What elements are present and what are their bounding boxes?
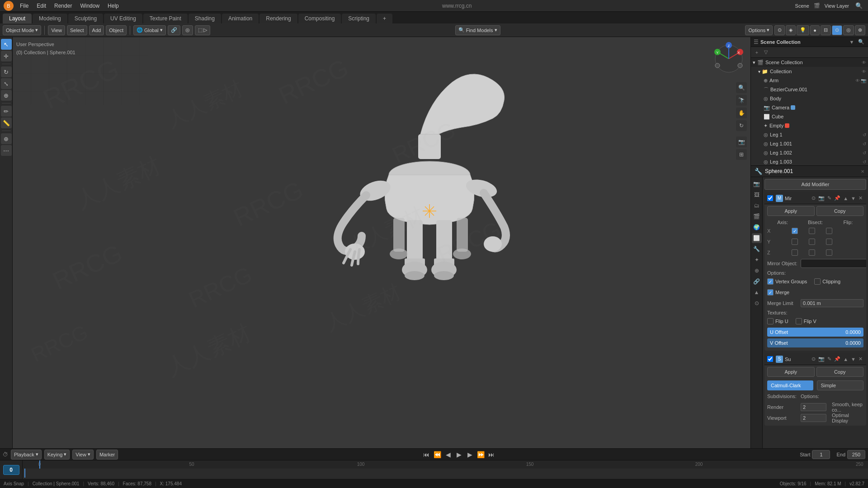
add-modifier-btn[interactable]: Add Modifier xyxy=(764,179,866,190)
clipping-checkbox[interactable] xyxy=(814,278,821,285)
outliner-filter-icon-btn[interactable]: ▽ xyxy=(762,48,770,56)
outliner-search-btn[interactable]: 🔍 xyxy=(857,38,865,46)
mirror-y-checkbox[interactable] xyxy=(792,239,798,245)
proportional-btn[interactable]: ◎ xyxy=(182,25,193,35)
flip-y-checkbox[interactable] xyxy=(826,239,832,245)
jump-end-btn[interactable]: ⏭ xyxy=(487,450,496,459)
shading-solid[interactable]: ⊙ xyxy=(832,25,842,35)
shading-wire[interactable]: ⊟ xyxy=(821,25,831,35)
mirror-enable-checkbox[interactable] xyxy=(767,195,773,201)
prop-modifier-icon[interactable]: 🔧 xyxy=(752,244,762,254)
mirror-object-input[interactable] xyxy=(801,259,866,268)
mirror-copy-btn[interactable]: Copy xyxy=(816,206,864,216)
mirror-edit-btn[interactable]: ✎ xyxy=(826,195,832,201)
catmull-clark-btn[interactable]: Catmull-Clark xyxy=(767,380,813,390)
timeline-track-area[interactable]: 0 50 100 150 200 250 xyxy=(23,460,868,479)
shading-render[interactable]: ⊕ xyxy=(855,25,865,35)
keying-menu[interactable]: Keying ▾ xyxy=(44,450,70,460)
outliner-item-camera[interactable]: 📷 Camera xyxy=(751,103,868,112)
search-icon[interactable]: 🔍 xyxy=(854,2,864,9)
flip-z-checkbox[interactable] xyxy=(826,249,832,256)
find-models-btn[interactable]: 🔍 Find Models ▾ xyxy=(455,25,500,35)
menu-file[interactable]: File xyxy=(16,2,32,10)
outliner-item-leg1001[interactable]: ◎ Leg 1.001 ↺ xyxy=(751,139,868,148)
subdiv-up-btn[interactable]: ▲ xyxy=(842,356,849,362)
menu-window[interactable]: Window xyxy=(76,2,103,10)
timeline-track[interactable] xyxy=(23,469,868,478)
mode-selector[interactable]: Object Mode ▾ xyxy=(3,25,41,35)
simple-btn[interactable]: Simple xyxy=(817,380,864,390)
tool-select[interactable]: ↖ xyxy=(1,39,12,50)
outliner-item-empty[interactable]: ✦ Empty xyxy=(751,121,868,130)
collection-row[interactable]: ▾ 📁 Collection 👁 xyxy=(751,67,868,76)
object-menu[interactable]: Object xyxy=(106,25,127,35)
menu-render[interactable]: Render xyxy=(51,2,75,10)
tool-add[interactable]: ⊕ xyxy=(1,133,12,144)
viewport-gizmo[interactable]: X Y Z xyxy=(711,41,747,77)
subdiv-down-btn[interactable]: ▼ xyxy=(850,356,857,362)
tab-layout[interactable]: Layout xyxy=(3,14,32,23)
next-frame-btn[interactable]: ⏩ xyxy=(476,450,485,459)
v-offset-btn[interactable]: V Offset 0.0000 xyxy=(767,338,863,347)
prop-material-icon[interactable]: ⊙ xyxy=(752,298,762,308)
start-frame-input[interactable] xyxy=(812,450,830,459)
view-menu-timeline[interactable]: View ▾ xyxy=(72,450,94,460)
tool-measure[interactable]: 📏 xyxy=(1,117,12,128)
flip-v-checkbox[interactable] xyxy=(796,318,802,324)
orbit-btn[interactable]: ↻ xyxy=(736,120,747,131)
outliner-item-leg1003[interactable]: ◎ Leg 1.003 ↺ xyxy=(751,157,868,166)
tab-uv-editing[interactable]: UV Editing xyxy=(104,14,142,23)
flip-x-checkbox[interactable] xyxy=(826,228,832,234)
prop-constraints-icon[interactable]: 🔗 xyxy=(752,277,762,286)
merge-checkbox[interactable]: ✓ xyxy=(767,289,774,296)
mirror-down-btn[interactable]: ▼ xyxy=(850,195,857,201)
options-btn[interactable]: Options ▾ xyxy=(745,25,773,35)
overlay-icon-4[interactable]: ● xyxy=(810,25,820,35)
playback-menu[interactable]: Playback ▾ xyxy=(11,450,42,460)
mirror-render-btn[interactable]: 📷 xyxy=(817,195,826,201)
tab-animation[interactable]: Animation xyxy=(222,14,259,23)
jump-start-btn[interactable]: ⏮ xyxy=(422,450,431,459)
marker-menu[interactable]: Marker xyxy=(96,450,118,460)
view-menu[interactable]: View xyxy=(48,25,65,35)
add-menu[interactable]: Add xyxy=(89,25,104,35)
grid-btn[interactable]: ⊞ xyxy=(736,149,747,160)
view-layer-selector[interactable]: View Layer xyxy=(821,3,853,9)
render-input[interactable] xyxy=(801,403,826,411)
play-btn[interactable]: ▶ xyxy=(454,450,463,459)
close-prop-btn[interactable]: ✕ xyxy=(861,169,864,174)
mirror-up-btn[interactable]: ▲ xyxy=(842,195,849,201)
outliner-item-arm[interactable]: ⊕ Arm 👁 📷 xyxy=(751,76,868,85)
scene-collection-row[interactable]: ▾ 🎬 Scene Collection 👁 xyxy=(751,58,868,67)
subdiv-realtime-btn[interactable]: ⊙ xyxy=(811,356,816,362)
tool-rotate[interactable]: ↻ xyxy=(1,66,12,77)
end-frame-input[interactable] xyxy=(847,450,865,459)
subdiv-close-btn[interactable]: ✕ xyxy=(858,356,863,362)
prop-world-icon[interactable]: 🌍 xyxy=(752,222,762,232)
tool-annotate[interactable]: ✏ xyxy=(1,106,12,117)
snap-btn[interactable]: 🔗 xyxy=(168,25,180,35)
mirror-apply-btn[interactable]: Apply xyxy=(767,206,815,216)
merge-limit-input[interactable] xyxy=(801,299,863,307)
current-frame-display[interactable]: 0 xyxy=(3,465,19,475)
prop-data-icon[interactable]: ▲ xyxy=(752,287,762,297)
leg1003-refresh[interactable]: ↺ xyxy=(863,160,866,164)
subdiv-pin-btn[interactable]: 📌 xyxy=(833,356,841,362)
tool-move[interactable]: ✛ xyxy=(1,51,12,61)
outliner-item-leg1[interactable]: ◎ Leg 1 ↺ xyxy=(751,130,868,139)
subdiv-edit-btn[interactable]: ✎ xyxy=(826,356,832,362)
outliner-item-body[interactable]: ◎ Body xyxy=(751,94,868,103)
next-key-btn[interactable]: ▶ xyxy=(465,450,474,459)
tool-transform[interactable]: ⊕ xyxy=(1,90,12,101)
shading-material[interactable]: ◎ xyxy=(843,25,854,35)
vertex-groups-checkbox[interactable]: ✓ xyxy=(767,278,774,285)
select-menu[interactable]: Select xyxy=(67,25,87,35)
overlay-icon-1[interactable]: ⊙ xyxy=(774,25,785,35)
arm-render[interactable]: 📷 xyxy=(861,78,866,83)
leg1001-refresh[interactable]: ↺ xyxy=(863,141,866,146)
prop-scene-icon[interactable]: 🎬 xyxy=(752,211,762,221)
mirror-realtime-btn[interactable]: ⊙ xyxy=(811,195,816,201)
prop-render-icon[interactable]: 📷 xyxy=(752,179,762,189)
tab-compositing[interactable]: Compositing xyxy=(298,14,341,23)
col-vis-icon[interactable]: 👁 xyxy=(862,69,866,74)
